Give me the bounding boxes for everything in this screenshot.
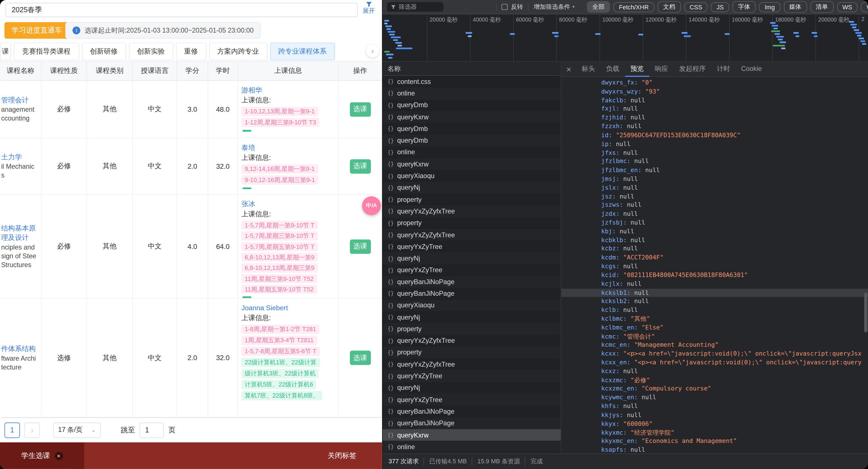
category-tab[interactable]: 跨专业课程体系 bbox=[270, 42, 335, 60]
json-property[interactable]: jzfsbj: null bbox=[561, 218, 868, 227]
category-tab[interactable]: 竞赛指导类课程 bbox=[14, 42, 79, 60]
json-property[interactable]: khfs: null bbox=[561, 402, 868, 411]
json-property[interactable]: kkyx: "600006" bbox=[561, 420, 868, 429]
json-property[interactable]: jfzlbmc: null bbox=[561, 157, 868, 166]
network-filter-input[interactable]: 筛选器 bbox=[387, 2, 443, 12]
request-row[interactable]: {}queryYxZyZyfxTree bbox=[383, 229, 561, 241]
close-detail-icon[interactable]: × bbox=[561, 64, 576, 74]
filter-chip[interactable]: Wasm bbox=[861, 2, 868, 12]
detail-tab[interactable]: 响应 bbox=[649, 62, 674, 76]
json-property[interactable]: fzjhid: null bbox=[561, 113, 868, 122]
add-filter-dropdown[interactable]: 增加筛选条件 bbox=[534, 3, 570, 11]
invert-checkbox[interactable] bbox=[501, 4, 507, 10]
json-property[interactable]: kcbklb: null bbox=[561, 236, 868, 245]
category-tab[interactable]: 方案内跨专业 bbox=[209, 42, 267, 60]
detail-tab[interactable]: Cookie bbox=[736, 62, 767, 76]
filter-chip[interactable]: 字体 bbox=[733, 1, 756, 13]
request-row[interactable]: {}queryNj bbox=[383, 382, 561, 394]
json-property[interactable]: fxjl: null bbox=[561, 105, 868, 113]
json-property[interactable]: kcxzmc: "必修" bbox=[561, 376, 868, 384]
request-row[interactable]: {}online bbox=[383, 88, 561, 100]
json-property[interactable]: kclbmc: "其他" bbox=[561, 315, 868, 324]
filter-chip[interactable]: WS bbox=[837, 2, 858, 12]
json-property[interactable]: kcywmc_en: null bbox=[561, 393, 868, 402]
request-row[interactable]: {}queryYxZyZyfxTree bbox=[383, 335, 561, 347]
json-property[interactable]: jsz: null bbox=[561, 192, 868, 201]
request-row[interactable]: {}property bbox=[383, 323, 561, 335]
json-property[interactable]: jslx: null bbox=[561, 183, 868, 192]
select-course-button[interactable]: 选课 bbox=[350, 159, 371, 173]
filter-chip[interactable]: Fetch/XHR bbox=[613, 2, 654, 12]
json-property[interactable]: kcbz: null bbox=[561, 245, 868, 254]
json-property[interactable]: jszws: null bbox=[561, 201, 868, 210]
request-row[interactable]: {}queryYxZyTree bbox=[383, 241, 561, 253]
detail-tab[interactable]: 预览 bbox=[625, 62, 649, 76]
course-name-link[interactable]: 土力学 bbox=[1, 153, 22, 162]
filter-chip[interactable]: 全部 bbox=[587, 1, 610, 13]
category-tab[interactable]: 创新实验 bbox=[129, 42, 173, 60]
student-enrollment-tab[interactable]: 学生选课 × bbox=[0, 442, 84, 469]
json-property[interactable]: kckslb1: null bbox=[561, 289, 868, 297]
json-property[interactable]: kcid: "082111EB4800A745E0630B18F80A6301" bbox=[561, 271, 868, 279]
json-property[interactable]: kbj: null bbox=[561, 227, 868, 236]
json-property[interactable]: ksapfs: null bbox=[561, 446, 868, 454]
json-property[interactable]: kkjys: null bbox=[561, 411, 868, 420]
request-row[interactable]: {}queryYxZyTree bbox=[383, 394, 561, 406]
json-property[interactable]: kcxz: null bbox=[561, 367, 868, 376]
json-property[interactable]: kclb: null bbox=[561, 306, 868, 315]
request-row[interactable]: {}queryDmb bbox=[383, 135, 561, 146]
json-property[interactable]: fakclb: null bbox=[561, 96, 868, 105]
progress-shortcut-button[interactable]: 学习进度直通车 bbox=[4, 22, 69, 39]
json-property[interactable]: kcxx: "<p><a href=\"javascript:void(0);\… bbox=[561, 349, 868, 359]
filter-chip[interactable]: 清单 bbox=[810, 1, 834, 13]
request-row[interactable]: {}queryBanJiNoPage bbox=[383, 288, 561, 300]
json-property[interactable]: jzdx: null bbox=[561, 210, 868, 219]
tabs-scroll-arrow[interactable]: › bbox=[366, 44, 379, 58]
filter-chip[interactable]: JS bbox=[711, 2, 729, 12]
course-name-link[interactable]: 理及设计 bbox=[1, 233, 29, 242]
detail-tab[interactable]: 负载 bbox=[600, 62, 625, 76]
json-property[interactable]: kcxzmc_en: "Compulsory course" bbox=[561, 384, 868, 393]
request-row[interactable]: {}queryKxrw bbox=[383, 111, 561, 123]
page-1-button[interactable]: 1 bbox=[4, 422, 20, 438]
json-property[interactable]: kcjlx: null bbox=[561, 279, 868, 289]
term-select[interactable]: 2025春季 bbox=[6, 3, 358, 17]
request-row[interactable]: {}online bbox=[383, 146, 561, 158]
filter-chip[interactable]: 媒体 bbox=[784, 1, 807, 13]
json-property[interactable]: jmsj: null bbox=[561, 175, 868, 183]
jump-page-input[interactable]: 1 bbox=[140, 422, 164, 438]
request-row[interactable]: {}queryYxZyZyfxTree bbox=[383, 359, 561, 370]
category-tab[interactable]: 课 bbox=[0, 42, 11, 60]
request-row[interactable]: {}online bbox=[383, 441, 561, 453]
request-row[interactable]: {}content.css bbox=[383, 76, 561, 88]
request-row[interactable]: {}queryYxZyTree bbox=[383, 264, 561, 276]
request-row[interactable]: {}property bbox=[383, 194, 561, 206]
select-course-button[interactable]: 选课 bbox=[350, 102, 371, 116]
request-row[interactable]: {}queryKxrw bbox=[383, 158, 561, 170]
network-overview-timeline[interactable]: 20000 毫秒40000 毫秒60000 毫秒80000 毫秒100000 毫… bbox=[383, 14, 868, 62]
detail-tab[interactable]: 发起程序 bbox=[674, 62, 711, 76]
name-column-header[interactable]: 名称 bbox=[383, 62, 561, 76]
translate-button[interactable]: 中/A bbox=[362, 196, 381, 215]
course-name-link[interactable]: 件体系结构 bbox=[1, 344, 36, 354]
course-name-link[interactable]: 管理会计 bbox=[1, 96, 29, 105]
json-property[interactable]: ip: null bbox=[561, 140, 868, 148]
teacher-link[interactable]: 张冰 bbox=[241, 199, 255, 209]
select-course-button[interactable]: 选课 bbox=[350, 239, 371, 254]
request-row[interactable]: {}queryNj bbox=[383, 182, 561, 194]
json-property[interactable]: dwyxrs_wzy: "93" bbox=[561, 87, 868, 96]
request-row[interactable]: {}queryYxZyTree bbox=[383, 370, 561, 382]
course-name-link[interactable]: 结构基本原 bbox=[1, 224, 36, 233]
close-tabs-button[interactable]: 关闭标签 bbox=[328, 442, 356, 469]
detail-tab[interactable]: 计时 bbox=[711, 62, 736, 76]
json-property[interactable]: jfzlbmc_en: null bbox=[561, 166, 868, 175]
filter-chip[interactable]: 文档 bbox=[658, 1, 681, 13]
request-row[interactable]: {}queryDmb bbox=[383, 99, 561, 111]
json-property[interactable]: kckslb2: null bbox=[561, 297, 868, 306]
category-tab[interactable]: 创新研修 bbox=[82, 42, 126, 60]
category-tab[interactable]: 重修 bbox=[176, 42, 206, 60]
teacher-link[interactable]: 泰培 bbox=[241, 143, 255, 153]
json-property[interactable]: kcmc: "管理会计" bbox=[561, 332, 868, 341]
request-row[interactable]: {}queryKxrw bbox=[383, 429, 561, 441]
filter-chip[interactable]: CSS bbox=[684, 2, 708, 12]
